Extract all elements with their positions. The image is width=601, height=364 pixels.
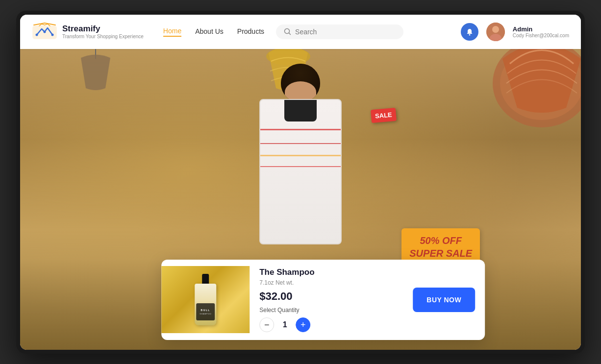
browser-window: Streamify Transform Your Shopping Experi… xyxy=(20,15,581,350)
notification-button[interactable] xyxy=(461,23,478,41)
quantity-label: Select Quantity xyxy=(259,307,403,314)
quantity-row: − 1 + xyxy=(259,317,403,332)
svg-point-2 xyxy=(44,30,46,33)
product-image-area: BULL SHAMPOO xyxy=(161,266,250,333)
product-weight: 7.1oz Net wt. xyxy=(259,279,403,286)
bell-icon xyxy=(466,28,474,36)
product-details: The Shampoo 7.1oz Net wt. $32.00 Select … xyxy=(250,260,413,340)
lamp-right-icon xyxy=(444,49,581,147)
avatar-image xyxy=(486,23,505,41)
nav-home[interactable]: Home xyxy=(163,27,181,37)
super-sale-line1: 50% OFF xyxy=(409,234,472,247)
sale-tag: SALE xyxy=(371,108,397,123)
super-sale-line2: SUPER SALE xyxy=(409,247,472,260)
user-info: Admin Cody Fisher@200cal.com xyxy=(513,25,569,38)
nav-about[interactable]: About Us xyxy=(195,27,224,36)
logo-text: Streamify Transform Your Shopping Experi… xyxy=(62,24,144,39)
lamp-left-icon xyxy=(76,49,115,98)
hero-section: SALE 50% OFF SUPER SALE xyxy=(20,49,581,350)
product-name: The Shampoo xyxy=(259,267,403,277)
device-frame: Streamify Transform Your Shopping Experi… xyxy=(16,11,585,354)
svg-point-7 xyxy=(492,26,499,33)
search-icon xyxy=(284,28,291,35)
product-card-inner: BULL SHAMPOO The Shampoo 7.1oz Net wt. $… xyxy=(161,260,485,340)
svg-point-5 xyxy=(469,34,470,35)
product-card: BULL SHAMPOO The Shampoo 7.1oz Net wt. $… xyxy=(161,260,485,340)
avatar xyxy=(486,23,505,41)
nav-products[interactable]: Products xyxy=(237,27,264,36)
navbar: Streamify Transform Your Shopping Experi… xyxy=(20,15,581,49)
search-box[interactable] xyxy=(276,24,403,39)
brand-tagline: Transform Your Shopping Experience xyxy=(62,34,144,39)
nav-links: Home About Us Products xyxy=(163,27,264,37)
logo-icon xyxy=(32,22,57,42)
brand-name: Streamify xyxy=(62,24,144,34)
nav-right: Admin Cody Fisher@200cal.com xyxy=(461,23,569,41)
svg-point-1 xyxy=(36,33,38,36)
quantity-decrease-button[interactable]: − xyxy=(259,317,274,332)
user-email: Cody Fisher@200cal.com xyxy=(513,33,569,38)
search-input[interactable] xyxy=(295,28,396,36)
buy-now-button[interactable]: BUY NOW xyxy=(413,288,475,312)
quantity-value: 1 xyxy=(280,320,290,329)
product-price: $32.00 xyxy=(259,290,403,303)
logo-area: Streamify Transform Your Shopping Experi… xyxy=(32,22,144,42)
user-name: Admin xyxy=(513,25,569,33)
svg-point-3 xyxy=(51,33,54,36)
quantity-increase-button[interactable]: + xyxy=(296,317,310,332)
